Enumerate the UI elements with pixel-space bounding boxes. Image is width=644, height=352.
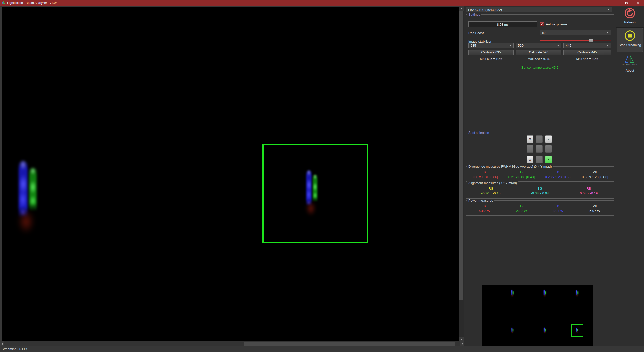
toolbar-divider [616,53,644,53]
divergence-measures-row: R0.56 x 1.31 [0.86]G0.21 x 0.88 [0.43]B0… [466,170,613,179]
restore-button[interactable] [621,0,632,6]
wavelength-dropdown-635[interactable]: 635 [468,43,514,48]
thumb-red-glow [544,295,546,296]
calibrate-520-button[interactable]: Calibrate 520 [516,50,561,55]
close-button[interactable] [632,0,644,6]
chevron-down-icon [607,45,609,46]
spot-cell-0-0[interactable]: X [527,135,533,143]
measure-value: -0.30 x -0.15 [466,191,515,195]
vertical-scrollbar-thumb[interactable] [459,11,463,300]
chevron-down-icon [509,45,511,46]
thumb-green-streak [513,329,513,332]
scroll-right-icon [462,343,463,345]
camera-view[interactable] [2,7,459,341]
alignment-measures-group: Alignment measures (X * Y mrad) RG-0.30 … [466,183,614,199]
vertical-scrollbar[interactable] [459,7,464,341]
titlebar: Lightdiction - Beam Analyzer - v1.04 [0,0,644,6]
spot-selection-grid: XXXX [527,135,577,163]
power-measures-row: R0.82 WG2.12 WB3.04 WAll5.97 W [466,204,613,213]
image-stabilizer-slider[interactable] [540,39,611,43]
thumb-red-glow [511,295,513,296]
spot-cell-0-1[interactable] [536,135,543,143]
thumb-red-glow [544,332,546,333]
close-icon [637,2,640,4]
chevron-down-icon [607,32,609,33]
spot-selection-rectangle[interactable] [262,144,368,243]
spot-cell-2-0[interactable]: X [527,156,533,163]
divergence-measures-group: Divergence measures FWHM [Geo Average] (… [466,166,614,182]
calibrate-635-button[interactable]: Calibrate 635 [468,50,514,55]
measure-column-b: B0.23 x 1.23 [0.53] [540,170,577,179]
alignment-measures-title: Alignment measures (X * Y mrad) [467,181,518,185]
thumbnail-beam-spot [543,289,547,297]
exposure-input[interactable]: 8,08 ms [468,21,537,27]
thumb-blue-streak [511,290,512,295]
scroll-up-icon [460,8,463,9]
thumbnail-selection-rectangle[interactable] [571,324,583,337]
spot-cell-1-2[interactable] [545,145,552,153]
measure-header: R [466,204,503,208]
settings-group-title: Settings [467,13,481,17]
chevron-down-icon [608,9,610,10]
max-445-reading: Max 445 = 89% [564,57,611,61]
spot-cell-1-1[interactable] [536,145,543,153]
window-title: Lightdiction - Beam Analyzer - v1.04 [7,1,57,5]
thumb-green-streak [545,329,546,332]
wavelength-dropdown-520[interactable]: 520 [516,43,561,48]
wavelength-value: 520 [518,43,524,47]
measure-value: 0.56 x 1.31 [0.86] [466,175,503,179]
measure-value: -0.38 x 0.04 [515,191,565,195]
device-dropdown[interactable]: LBA-C-100 (40430822) [466,7,612,12]
scroll-up-button[interactable] [459,7,464,11]
measure-header: B [540,204,577,208]
spot-cell-2-2-active[interactable]: X [545,156,552,163]
stop-streaming-button[interactable]: Stop Streaming [617,28,643,52]
wavelength-value: 635 [471,43,476,47]
chevron-down-icon [557,45,559,46]
overview-thumbnail[interactable] [482,285,593,346]
scroll-right-button[interactable] [460,341,464,346]
measure-column-all: All5.97 W [577,204,613,213]
scroll-down-icon [460,339,463,340]
auto-exposure-checkbox[interactable] [540,22,544,26]
measure-value: 0.56 x 1.23 [0.83] [577,175,613,179]
power-measures-group: Power measures R0.82 WG2.12 WB3.04 WAll5… [466,200,614,216]
stop-streaming-label: Stop Streaming [617,43,643,47]
spot-cell-2-1[interactable] [536,156,543,163]
measure-column-rb: RB0.08 x -0.19 [564,187,613,195]
status-text: Streaming - 6 FPS [2,347,28,351]
stop-icon [624,30,635,41]
minimize-button[interactable] [609,0,621,6]
slider-handle[interactable] [589,39,593,42]
red-boost-dropdown[interactable]: x2 [540,30,611,35]
slider-fill [540,40,591,41]
max-635-reading: Max 635 = 10% [468,57,514,61]
spot-cell-1-0[interactable] [527,145,533,153]
red-boost-value: x2 [542,31,546,35]
measure-header: RG [466,187,515,190]
spot-cell-0-2[interactable]: X [545,135,552,143]
scroll-left-icon [2,343,3,345]
measure-column-b: B3.04 W [540,204,577,213]
app-logo-icon [1,1,5,5]
restore-icon [625,2,628,4]
about-button[interactable]: LIGHTDICTION About [616,55,644,72]
thumb-green-streak [545,291,546,295]
horizontal-scrollbar-thumb[interactable] [244,342,455,346]
alignment-measures-row: RG-0.30 x -0.15BG-0.38 x 0.04RB0.08 x -0… [466,187,613,195]
measure-header: All [577,204,613,208]
thumb-red-glow [576,295,578,296]
measure-value: 0.21 x 0.88 [0.43] [503,175,540,179]
red-boost-label: Red Boost [468,31,484,35]
scroll-down-button[interactable] [459,337,464,341]
wavelength-dropdown-445[interactable]: 445 [564,43,611,48]
scroll-left-button[interactable] [0,341,4,346]
calibrate-445-button[interactable]: Calibrate 445 [564,50,611,55]
auto-exposure-label: Auto exposure [546,22,567,26]
max-520-reading: Max 520 = 67% [516,57,561,61]
refresh-button[interactable]: Refresh [616,8,644,24]
measure-value: 3.04 W [540,209,577,213]
device-dropdown-value: LBA-C-100 (40430822) [468,8,502,12]
minimize-icon [614,2,617,4]
horizontal-scrollbar[interactable] [0,341,464,346]
